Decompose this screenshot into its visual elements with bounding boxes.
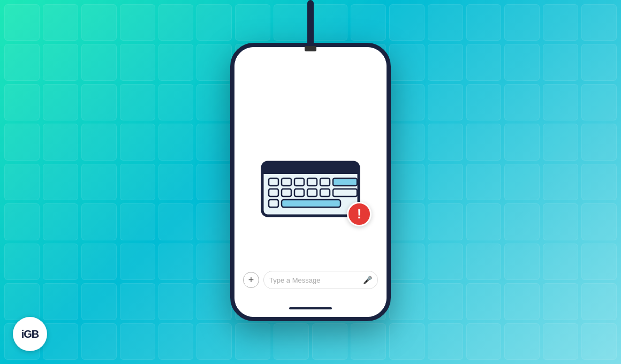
error-exclamation: ! bbox=[357, 208, 361, 221]
key-cell bbox=[543, 283, 578, 320]
key-cell bbox=[4, 44, 40, 80]
key-cell bbox=[196, 244, 232, 280]
key-cell bbox=[120, 283, 155, 320]
key-cell bbox=[581, 203, 617, 240]
key-cell bbox=[504, 244, 540, 280]
key-cell bbox=[120, 244, 155, 280]
key-cell bbox=[504, 164, 540, 200]
key-cell bbox=[4, 84, 40, 120]
svg-rect-16 bbox=[282, 200, 340, 207]
key-cell bbox=[81, 283, 117, 320]
key-cell bbox=[120, 44, 155, 80]
error-badge: ! bbox=[347, 202, 372, 226]
key-cell bbox=[504, 44, 540, 80]
key-cell bbox=[43, 4, 78, 41]
key-cell bbox=[158, 124, 194, 160]
add-button[interactable]: + bbox=[243, 272, 259, 288]
key-cell bbox=[158, 164, 194, 200]
key-cell bbox=[43, 203, 78, 240]
phone: ! + Type a Message 🎤 bbox=[230, 43, 391, 321]
key-cell bbox=[428, 4, 463, 41]
key-cell bbox=[158, 244, 194, 280]
key-cell bbox=[543, 44, 578, 80]
key-cell bbox=[351, 4, 386, 41]
key-cell bbox=[389, 4, 425, 41]
key-cell bbox=[389, 283, 425, 320]
key-cell bbox=[581, 44, 617, 80]
key-cell bbox=[466, 4, 502, 41]
key-cell bbox=[81, 44, 117, 80]
igb-logo: iGB bbox=[13, 317, 47, 351]
key-cell bbox=[466, 84, 502, 120]
key-cell bbox=[196, 164, 232, 200]
igb-logo-text: iGB bbox=[21, 328, 39, 340]
key-cell bbox=[389, 323, 425, 360]
svg-rect-2 bbox=[262, 168, 359, 174]
message-placeholder: Type a Message bbox=[269, 276, 320, 284]
key-cell bbox=[504, 323, 540, 360]
key-cell bbox=[581, 4, 617, 41]
home-indicator bbox=[289, 307, 332, 309]
key-cell bbox=[196, 84, 232, 120]
key-cell bbox=[4, 124, 40, 160]
key-cell bbox=[4, 4, 40, 41]
microphone-icon: 🎤 bbox=[363, 276, 372, 284]
key-cell bbox=[428, 84, 463, 120]
key-cell bbox=[81, 4, 117, 41]
key-cell bbox=[43, 323, 78, 360]
key-cell bbox=[4, 283, 40, 320]
key-cell bbox=[43, 283, 78, 320]
key-cell bbox=[120, 203, 155, 240]
plus-icon: + bbox=[248, 275, 254, 285]
phone-wrapper: ! + Type a Message 🎤 bbox=[230, 43, 391, 321]
key-cell bbox=[543, 244, 578, 280]
key-cell bbox=[81, 84, 117, 120]
key-cell bbox=[235, 323, 270, 360]
keyboard-icon-area: ! bbox=[257, 151, 364, 221]
key-cell bbox=[581, 124, 617, 160]
key-cell bbox=[312, 323, 347, 360]
key-cell bbox=[196, 44, 232, 80]
phone-screen: ! + Type a Message 🎤 bbox=[234, 47, 387, 317]
key-cell bbox=[581, 244, 617, 280]
key-cell bbox=[81, 323, 117, 360]
key-cell bbox=[428, 124, 463, 160]
key-cell bbox=[196, 323, 232, 360]
key-cell bbox=[389, 203, 425, 240]
key-cell bbox=[120, 164, 155, 200]
key-cell bbox=[235, 4, 270, 41]
key-cell bbox=[466, 323, 502, 360]
message-input-bar: + Type a Message 🎤 bbox=[243, 271, 378, 289]
key-cell bbox=[4, 203, 40, 240]
key-cell bbox=[43, 244, 78, 280]
key-cell bbox=[389, 44, 425, 80]
key-cell bbox=[504, 283, 540, 320]
key-cell bbox=[351, 323, 386, 360]
key-cell bbox=[196, 283, 232, 320]
key-cell bbox=[504, 203, 540, 240]
key-cell bbox=[81, 203, 117, 240]
key-cell bbox=[43, 164, 78, 200]
key-cell bbox=[43, 84, 78, 120]
key-cell bbox=[504, 124, 540, 160]
key-cell bbox=[428, 323, 463, 360]
key-cell bbox=[196, 124, 232, 160]
key-cell bbox=[428, 203, 463, 240]
key-cell bbox=[4, 164, 40, 200]
key-cell bbox=[43, 124, 78, 160]
key-cell bbox=[428, 164, 463, 200]
key-cell bbox=[581, 323, 617, 360]
key-cell bbox=[466, 124, 502, 160]
key-cell bbox=[466, 164, 502, 200]
key-cell bbox=[581, 283, 617, 320]
key-cell bbox=[120, 124, 155, 160]
key-cell bbox=[466, 44, 502, 80]
message-input-field[interactable]: Type a Message 🎤 bbox=[263, 271, 378, 289]
key-cell bbox=[81, 124, 117, 160]
key-cell bbox=[312, 4, 347, 41]
key-cell bbox=[196, 4, 232, 41]
key-cell bbox=[543, 84, 578, 120]
key-cell bbox=[543, 4, 578, 41]
key-cell bbox=[581, 84, 617, 120]
key-cell bbox=[543, 164, 578, 200]
